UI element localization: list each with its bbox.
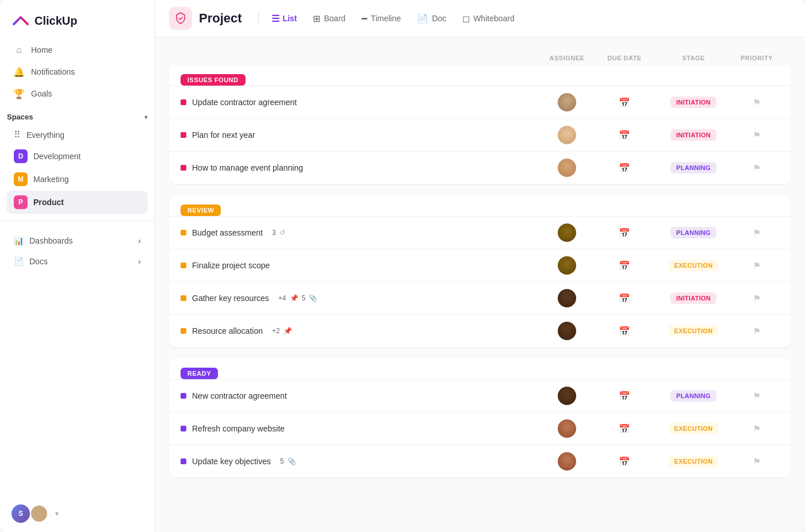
sidebar-item-product-label: Product <box>33 198 64 207</box>
due-date-cell[interactable]: 📅 <box>596 260 653 271</box>
stage-cell: PLANNING <box>653 227 734 238</box>
tab-doc-label: Doc <box>432 14 446 23</box>
table-row[interactable]: Plan for next year 📅 INITIATION ⚑ <box>169 118 791 151</box>
nav-home-label: Home <box>31 45 52 55</box>
task-dot <box>181 263 186 268</box>
dashboards-chevron-icon: › <box>138 236 141 245</box>
col-assignee: ASSIGNEE <box>538 55 596 61</box>
assignee-avatar <box>558 256 576 275</box>
meta-plus2: +2 <box>272 327 280 335</box>
task-left: Resource allocation +2 📌 <box>181 326 538 336</box>
stage-cell: PLANNING <box>653 390 734 402</box>
assignee-avatar <box>558 452 576 471</box>
priority-cell[interactable]: ⚑ <box>734 391 780 402</box>
nav-home[interactable]: ⌂ Home <box>7 39 148 61</box>
tab-timeline[interactable]: ━ Timeline <box>354 9 409 29</box>
nav-dashboards[interactable]: 📊 Dashboards › <box>7 230 148 251</box>
due-date-cell[interactable]: 📅 <box>596 228 653 238</box>
stage-badge: EXECUTION <box>669 423 719 434</box>
table-row[interactable]: Refresh company website 📅 EXECUTION ⚑ <box>169 412 791 445</box>
sidebar: ClickUp ⌂ Home 🔔 Notifications 🏆 Goals S… <box>0 0 155 532</box>
table-row[interactable]: Finalize project scope 📅 EXECUTION ⚑ <box>169 249 791 282</box>
table-row[interactable]: Update contractor agreement 📅 INITIATION… <box>169 86 791 118</box>
priority-cell[interactable]: ⚑ <box>734 423 780 434</box>
due-date-cell[interactable]: 📅 <box>596 130 653 141</box>
priority-cell[interactable]: ⚑ <box>734 97 780 108</box>
due-date-cell[interactable]: 📅 <box>596 326 653 337</box>
due-date-cell[interactable]: 📅 <box>596 97 653 108</box>
sidebar-item-everything[interactable]: ⠿ Everything <box>7 125 148 145</box>
assignee-avatar <box>558 387 576 405</box>
task-list-content: ASSIGNEE DUE DATE STAGE PRIORITY ISSUES … <box>155 37 805 532</box>
nav-docs-left: 📄 Docs <box>14 257 48 266</box>
priority-cell[interactable]: ⚑ <box>734 260 780 271</box>
task-left: New contractor agreement <box>181 391 538 400</box>
tab-timeline-label: Timeline <box>371 14 401 23</box>
task-name: Gather key resources <box>192 294 269 303</box>
nav-notifications-label: Notifications <box>31 67 75 76</box>
assignee-avatar <box>558 419 576 438</box>
task-dot <box>181 295 186 301</box>
priority-cell[interactable]: ⚑ <box>734 228 780 238</box>
doc-tab-icon: 📄 <box>417 13 428 24</box>
user-avatar-secondary <box>30 504 48 523</box>
due-date-cell[interactable]: 📅 <box>596 391 653 402</box>
sidebar-item-product[interactable]: P Product <box>7 191 148 214</box>
task-left: Finalize project scope <box>181 261 538 270</box>
spaces-collapse-icon[interactable]: ▾ <box>144 113 148 121</box>
due-date-cell[interactable]: 📅 <box>596 293 653 304</box>
sidebar-item-marketing[interactable]: M Marketing <box>7 168 148 191</box>
meta-clip2-icon: 📎 <box>288 457 296 465</box>
sidebar-item-everything-label: Everything <box>26 130 64 140</box>
nav-goals[interactable]: 🏆 Goals <box>7 83 148 105</box>
priority-cell[interactable]: ⚑ <box>734 326 780 337</box>
sidebar-item-development[interactable]: D Development <box>7 145 148 168</box>
task-dot <box>181 426 186 431</box>
nav-dashboards-label: Dashboards <box>29 236 73 245</box>
assignee-cell <box>538 93 596 111</box>
stage-cell: EXECUTION <box>653 325 734 337</box>
tab-list[interactable]: ☰ List <box>263 9 305 29</box>
meta-clip-icon: 📎 <box>309 294 317 302</box>
priority-cell[interactable]: ⚑ <box>734 163 780 174</box>
due-date-cell[interactable]: 📅 <box>596 456 653 467</box>
stage-badge: INITIATION <box>670 129 716 141</box>
table-row[interactable]: How to manage event planning 📅 PLANNING … <box>169 151 791 184</box>
priority-cell[interactable]: ⚑ <box>734 293 780 304</box>
nav-docs[interactable]: 📄 Docs › <box>7 251 148 272</box>
assignee-cell <box>538 387 596 405</box>
task-left: How to manage event planning <box>181 163 538 172</box>
section-ready-header: READY <box>169 358 791 379</box>
table-row[interactable]: New contractor agreement 📅 PLANNING ⚑ <box>169 379 791 412</box>
tab-whiteboard[interactable]: ◻ Whiteboard <box>454 9 523 29</box>
user-avatar-primary: S <box>12 504 30 523</box>
development-badge: D <box>14 149 28 163</box>
tab-whiteboard-label: Whiteboard <box>473 14 515 23</box>
footer-nav: 📊 Dashboards › 📄 Docs › <box>0 221 155 272</box>
table-row[interactable]: Update key objectives 5 📎 📅 EXECUTION ⚑ <box>169 445 791 477</box>
tab-board[interactable]: ⊞ Board <box>305 9 353 29</box>
tab-doc[interactable]: 📄 Doc <box>409 9 454 29</box>
section-ready: READY New contractor agreement 📅 PLANNIN… <box>169 358 791 477</box>
table-row[interactable]: Gather key resources +4 📌 5 📎 📅 INITIATI… <box>169 282 791 314</box>
main-nav: ⌂ Home 🔔 Notifications 🏆 Goals <box>0 39 155 105</box>
table-row[interactable]: Resource allocation +2 📌 📅 EXECUTION ⚑ <box>169 314 791 347</box>
assignee-avatar <box>558 126 576 144</box>
due-date-cell[interactable]: 📅 <box>596 163 653 174</box>
due-date-cell[interactable]: 📅 <box>596 423 653 434</box>
spaces-label: Spaces <box>7 113 33 121</box>
stage-badge: PLANNING <box>670 227 716 238</box>
stage-cell: INITIATION <box>653 97 734 108</box>
task-dot <box>181 165 186 171</box>
user-area[interactable]: S ▾ <box>0 495 155 532</box>
task-left: Update contractor agreement <box>181 98 538 107</box>
assignee-cell <box>538 223 596 242</box>
col-priority: PRIORITY <box>734 55 780 61</box>
spaces-list: ⠿ Everything D Development M Marketing P… <box>0 125 155 214</box>
table-row[interactable]: Budget assessment 3 ↺ 📅 PLANNING ⚑ <box>169 216 791 249</box>
nav-notifications[interactable]: 🔔 Notifications <box>7 61 148 83</box>
section-review-header: REVIEW <box>169 195 791 216</box>
priority-cell[interactable]: ⚑ <box>734 130 780 141</box>
priority-cell[interactable]: ⚑ <box>734 456 780 467</box>
stage-badge: INITIATION <box>670 292 716 304</box>
